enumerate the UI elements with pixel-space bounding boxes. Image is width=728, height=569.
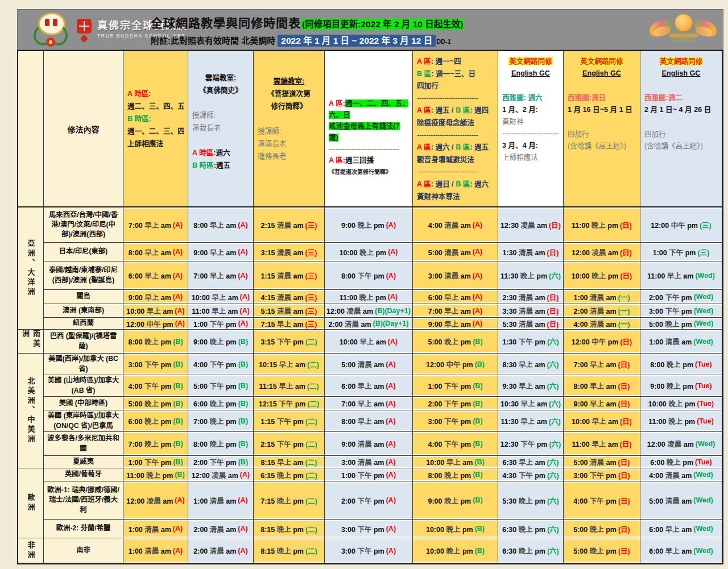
column-header-line: (含唸誦《高王經》): [568, 140, 636, 152]
time-cell: 1:00 清晨 am(一): [564, 290, 640, 304]
weekday-tag: (A): [473, 319, 482, 327]
time-cell: 5:00 下午 pm(B): [188, 375, 254, 397]
time-cell: 1:00 下午 pm(B): [413, 375, 498, 397]
weekday-tag: (A): [175, 496, 184, 504]
column-header-line: 四加行: [417, 80, 494, 93]
weekday-tag: (A): [386, 221, 396, 229]
row-label-cell: 紐西蘭: [44, 318, 123, 330]
weekday-tag: (A): [238, 319, 248, 327]
time-cell: 1:00 下午 pm(B): [123, 456, 188, 468]
column-header-line: 蓮傳長老: [258, 150, 320, 163]
weekday-tag: (日): [549, 219, 561, 230]
region-cell: 北美洲、中美洲: [18, 354, 44, 468]
note-prefix: 附註:此對照表有效時間 北美調時: [151, 36, 275, 45]
weekday-tag: (日): [620, 247, 632, 257]
time-cell: 9:00 晚上 pm(A): [325, 207, 413, 243]
column-header-line: 3 月、4 月:: [502, 140, 559, 152]
time-cell: 7:00 晚上 pm(B): [123, 432, 188, 456]
time-cell: 5:15 清晨 am(三): [254, 304, 325, 318]
weekday-tag: (日): [547, 247, 559, 257]
weekday-tag: (六): [549, 438, 561, 449]
time-cell: 1:00 清晨 am(A): [123, 520, 188, 538]
weekday-tag: (三): [305, 318, 317, 329]
time-cell: 9:30 早上 am(六): [498, 375, 564, 397]
time-cell: 7:00 早上 am(日): [564, 354, 640, 375]
time-cell: 5:00 晚上 pm(日): [564, 520, 640, 538]
weekday-tag: (日): [618, 380, 630, 391]
weekday-tag: (三): [700, 219, 712, 230]
weekday-tag: (A): [388, 248, 398, 256]
weekday-tag: (六): [547, 336, 559, 347]
time-cell: 10:00 早上 am(A): [188, 290, 254, 304]
time-cell: 3:15 清晨 am(三): [254, 243, 325, 261]
time-cell: 5:00 晚上 pm(B): [413, 330, 498, 354]
wing-emblem-logo: [649, 12, 717, 47]
time-cell: 1:00 下午 pm(三): [640, 243, 722, 261]
weekday-tag: (B): [473, 496, 482, 504]
column-header-line: [568, 116, 636, 128]
column-header: A 時區:週二、三、四、五B 時區:週一、二、三、四上師相應法: [123, 51, 188, 207]
weekday-tag: (A): [173, 221, 183, 229]
weekday-tag: (日): [620, 270, 632, 281]
weekday-tag: (二): [305, 524, 317, 534]
weekday-tag: (A): [388, 338, 398, 346]
weekday-tag: (B): [238, 400, 248, 408]
time-cell: 1:00 清晨 am(Wed): [640, 330, 722, 354]
time-cell: 7:15 晚上 pm(二): [254, 481, 325, 520]
time-cell: 10:30 早上 am(六): [498, 397, 564, 410]
region-label: 非洲: [26, 541, 36, 560]
time-cell: 5:00 清晨 am(A): [413, 243, 498, 261]
time-cell: 9:00 清晨 am(A): [325, 432, 413, 456]
region-cell: 歐洲: [18, 468, 44, 538]
weekday-tag: (B): [474, 458, 484, 466]
weekday-tag: (B): [173, 382, 183, 390]
weekday-tag: (A): [240, 293, 250, 301]
time-cell: 4:30 下午 pm(六): [498, 468, 564, 481]
weekday-tag: (三): [305, 219, 317, 230]
row-label-cell: 泰國/越南/柬埔寨/印尼(西部)/澳洲 (聖誕島): [44, 261, 123, 290]
column-header-line: 英文網路同修: [502, 56, 559, 68]
weekday-tag: (六): [549, 270, 561, 281]
column-header-line: 蓮栽長老: [192, 122, 249, 134]
time-cell: 12:15 下午 pm(二): [254, 397, 325, 410]
weekday-tag: (B): [238, 338, 248, 346]
weekday-tag: (日): [620, 336, 632, 347]
time-cell: 4:00 下午 pm(B): [123, 375, 188, 397]
column-header-line: 雲端教室:: [192, 72, 249, 84]
column-header: A 區: 週一~四B 區: 週一~三、日四加行-----------------…: [413, 51, 498, 207]
weekday-tag: (A): [386, 458, 395, 466]
weekday-tag: (六): [547, 470, 559, 480]
weekday-tag: (日): [620, 438, 632, 449]
time-cell: 5:30 清晨 am(日): [498, 318, 564, 330]
row-label-cell: 美國(西岸)/加拿大 (BC 省): [44, 354, 123, 375]
column-header-line: 1 月、2 月:: [502, 104, 559, 116]
weekday-tag: (A): [239, 307, 249, 315]
weekday-tag: (三): [697, 247, 709, 257]
time-cell: 12:00 凌晨 am(A): [123, 481, 188, 520]
time-cell: 7:00 早上 am(A): [188, 261, 254, 290]
time-cell: 4:15 清晨 am(三): [254, 290, 325, 304]
weekday-tag: (B): [473, 382, 482, 390]
time-cell: 4:00 清晨 am(一): [564, 318, 640, 330]
time-cell: 11:30 晚上 pm(六): [498, 261, 564, 290]
time-cell: 2:15 清晨 am(三): [254, 207, 325, 243]
weekday-tag: (B): [238, 417, 248, 425]
time-cell: 5:30 晚上 pm(六): [498, 481, 564, 520]
column-header-line: 觀音身壇城避災法: [417, 154, 494, 167]
column-header-line: English GC: [644, 68, 718, 80]
time-cell: 12:30 下午 pm(六): [498, 432, 564, 456]
time-cell: 11:30 早上 am(六): [498, 410, 564, 432]
time-cell: 8:00 晚上 pm(Tue): [640, 354, 722, 375]
column-header-line: 授課師:: [192, 109, 249, 122]
time-cell: 8:00 早上 am(A): [188, 207, 254, 243]
time-cell: 12:00 中午 pm(B): [413, 354, 498, 375]
weekday-tag: (Wed): [693, 471, 713, 479]
weekday-tag: (B): [473, 338, 482, 346]
region-label: 南美洲: [20, 330, 42, 353]
weekday-tag: (A): [238, 272, 247, 280]
weekday-tag: (B): [238, 440, 248, 448]
time-cell: 9:00 晚上 pm(B): [413, 481, 498, 520]
column-header-line: -------------------------------: [329, 143, 408, 155]
time-cell: 10:00 晚上 pm(B): [413, 538, 498, 563]
time-cell: 5:00 清晨 am(日): [564, 456, 640, 468]
